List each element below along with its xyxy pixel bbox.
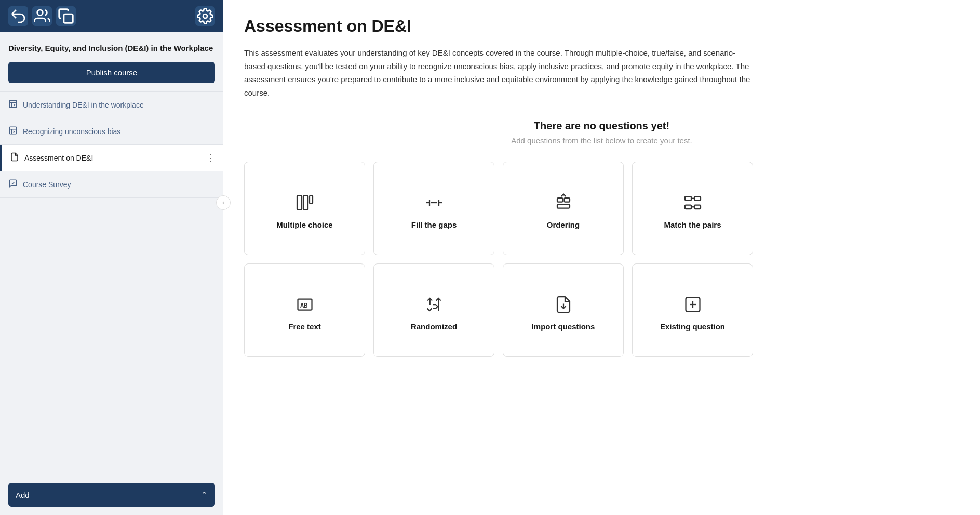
free-text-label: Free text [288, 322, 321, 331]
nav-items: Understanding DE&I in the workplace Reco… [0, 91, 223, 283]
add-button-label: Add [16, 491, 30, 499]
free-text-icon: AB [296, 295, 314, 314]
nav-item-label-recognizing: Recognizing unconscious bias [23, 127, 120, 136]
ordering-icon [554, 193, 573, 212]
settings-button[interactable] [195, 6, 215, 26]
no-questions-title: There are no questions yet! [244, 120, 959, 132]
page-description: This assessment evaluates your understan… [244, 46, 753, 99]
nav-item-label-understanding: Understanding DE&I in the workplace [23, 101, 144, 109]
svg-rect-6 [303, 195, 308, 209]
nav-item-label-assessment: Assessment on DE&I [24, 154, 93, 162]
svg-rect-7 [310, 195, 313, 203]
fill-the-gaps-icon [425, 193, 444, 212]
sidebar-item-understanding[interactable]: Understanding DE&I in the workplace [0, 92, 223, 118]
multiple-choice-icon [296, 193, 314, 212]
header-icons [8, 6, 76, 26]
sidebar-footer: Add ⌃ [0, 474, 223, 515]
copy-button[interactable] [56, 6, 76, 26]
svg-rect-19 [685, 205, 691, 209]
more-options-icon[interactable]: ⋮ [206, 152, 215, 164]
svg-rect-17 [685, 196, 691, 201]
document-icon [10, 152, 19, 164]
sidebar-item-recognizing[interactable]: Recognizing unconscious bias [0, 118, 223, 144]
users-button[interactable] [32, 6, 52, 26]
add-button[interactable]: Add ⌃ [8, 483, 215, 507]
page-title: Assessment on DE&I [244, 17, 959, 36]
question-type-existing-question[interactable]: Existing question [632, 263, 753, 357]
ordering-label: Ordering [547, 220, 580, 229]
svg-point-0 [37, 10, 43, 16]
chat-check-icon [8, 179, 18, 190]
question-type-randomized[interactable]: Randomized [373, 263, 494, 357]
import-questions-label: Import questions [532, 322, 595, 331]
sidebar-item-survey[interactable]: Course Survey [0, 171, 223, 197]
import-questions-icon [554, 295, 573, 314]
sidebar-content: Diversity, Equity, and Inclusion (DE&I) … [0, 32, 223, 515]
svg-point-2 [203, 14, 207, 18]
publish-course-button[interactable]: Publish course [8, 62, 215, 83]
sidebar-item-assessment[interactable]: Assessment on DE&I ⋮ [0, 145, 223, 171]
svg-text:AB: AB [300, 302, 307, 309]
question-type-multiple-choice[interactable]: Multiple choice [244, 162, 365, 255]
question-type-free-text[interactable]: AB Free text [244, 263, 365, 357]
match-the-pairs-icon [683, 193, 702, 212]
svg-rect-3 [9, 100, 17, 108]
main-content: Assessment on DE&I This assessment evalu… [223, 0, 980, 515]
collapse-sidebar-button[interactable]: ‹ [216, 195, 231, 210]
existing-question-label: Existing question [660, 322, 725, 331]
chart-edit-icon-2 [8, 126, 18, 137]
svg-rect-14 [557, 198, 563, 202]
sidebar-header [0, 0, 223, 32]
chevron-up-icon: ⌃ [201, 490, 208, 499]
svg-rect-16 [557, 204, 570, 208]
question-types-grid: Multiple choice Fill the gaps [244, 162, 753, 357]
no-questions-section: There are no questions yet! Add question… [244, 120, 959, 145]
svg-rect-5 [297, 195, 302, 209]
svg-rect-20 [694, 205, 701, 209]
question-type-ordering[interactable]: Ordering [503, 162, 624, 255]
svg-rect-4 [9, 127, 17, 134]
sidebar: Diversity, Equity, and Inclusion (DE&I) … [0, 0, 223, 515]
nav-divider-4 [0, 197, 223, 198]
randomized-icon [425, 295, 444, 314]
match-the-pairs-label: Match the pairs [664, 220, 721, 229]
nav-item-label-survey: Course Survey [23, 180, 71, 189]
svg-rect-18 [694, 196, 701, 201]
existing-question-icon [683, 295, 702, 314]
multiple-choice-label: Multiple choice [276, 220, 332, 229]
no-questions-subtitle: Add questions from the list below to cre… [244, 136, 959, 145]
question-type-import-questions[interactable]: Import questions [503, 263, 624, 357]
fill-the-gaps-label: Fill the gaps [411, 220, 457, 229]
question-type-fill-the-gaps[interactable]: Fill the gaps [373, 162, 494, 255]
svg-rect-15 [564, 198, 570, 202]
share-button[interactable] [8, 6, 28, 26]
course-title: Diversity, Equity, and Inclusion (DE&I) … [0, 32, 223, 62]
svg-rect-1 [64, 14, 73, 23]
randomized-label: Randomized [411, 322, 457, 331]
question-type-match-the-pairs[interactable]: Match the pairs [632, 162, 753, 255]
chart-edit-icon-1 [8, 99, 18, 111]
